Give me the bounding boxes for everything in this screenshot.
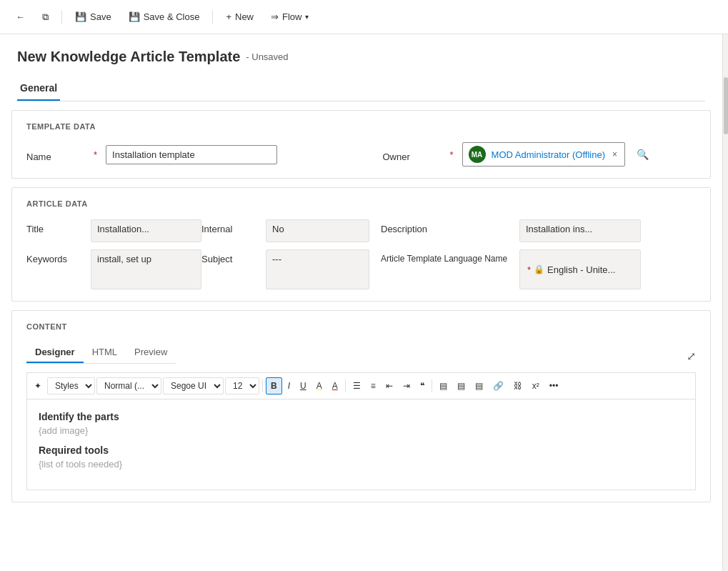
more-options-button[interactable]: ••• bbox=[545, 378, 563, 394]
title-label: Title bbox=[26, 219, 91, 234]
size-select[interactable]: 12 bbox=[225, 377, 259, 394]
content-title: CONTENT bbox=[26, 322, 696, 331]
back-button[interactable]: ← bbox=[9, 8, 32, 26]
highlight-button[interactable]: A bbox=[312, 378, 326, 394]
toolbar: ← ⧉ 💾 Save 💾 Save & Close + New ⇒ Flow ▾ bbox=[0, 0, 728, 34]
content-tab-bar: Designer HTML Preview bbox=[26, 342, 176, 364]
blockquote-icon: ❝ bbox=[420, 381, 424, 391]
italic-button[interactable]: I bbox=[284, 378, 294, 394]
language-label: Article Template Language Name bbox=[369, 249, 519, 264]
name-label: Name bbox=[26, 147, 84, 162]
owner-search-button[interactable]: 🔍 bbox=[637, 149, 649, 160]
template-data-title: TEMPLATE DATA bbox=[26, 122, 696, 131]
align-left-button[interactable]: ▤ bbox=[453, 378, 469, 394]
chevron-down-icon: ▾ bbox=[305, 13, 309, 21]
owner-remove-button[interactable]: × bbox=[611, 149, 619, 159]
new-icon: + bbox=[226, 11, 231, 22]
lock-icon: 🔒 bbox=[534, 264, 544, 274]
owner-required: * bbox=[450, 149, 454, 160]
unlink-button[interactable]: ⛓ bbox=[509, 378, 527, 394]
editor-placeholder-2: {list of tools needed} bbox=[39, 459, 684, 470]
underline-button[interactable]: U bbox=[296, 378, 311, 394]
internal-value[interactable]: No bbox=[266, 219, 369, 242]
flow-button[interactable]: ⇒ Flow ▾ bbox=[264, 8, 316, 26]
magic-wand-button[interactable]: ✦ bbox=[30, 378, 46, 394]
bullet-list-button[interactable]: ☰ bbox=[349, 378, 365, 394]
link-button[interactable]: 🔗 bbox=[489, 378, 508, 394]
description-label: Description bbox=[369, 219, 519, 234]
blockquote-button[interactable]: ❝ bbox=[416, 378, 429, 394]
font-color-button[interactable]: A bbox=[328, 378, 342, 394]
more-options-icon: ••• bbox=[549, 381, 559, 391]
tab-designer[interactable]: Designer bbox=[26, 342, 84, 363]
editor-heading-2: Required tools bbox=[39, 445, 684, 456]
indent-button[interactable]: ⇥ bbox=[399, 378, 414, 394]
align-right-button[interactable]: ▤ bbox=[471, 378, 487, 394]
keywords-value[interactable]: install, set up bbox=[91, 249, 201, 289]
editor-sep-3 bbox=[432, 379, 432, 392]
internal-label: Internal bbox=[201, 219, 266, 234]
editor-area[interactable]: Identify the parts {add image} Required … bbox=[26, 399, 696, 490]
link-icon: 🔗 bbox=[493, 381, 504, 391]
save-button[interactable]: 💾 Save bbox=[68, 8, 119, 26]
tab-preview[interactable]: Preview bbox=[126, 342, 176, 363]
template-data-section: TEMPLATE DATA Name * Owner * MA bbox=[11, 110, 711, 179]
flow-icon: ⇒ bbox=[271, 11, 279, 22]
indent-icon: ⇥ bbox=[403, 381, 410, 391]
template-data-row: Name * Owner * MA MOD Administrator (Off… bbox=[26, 142, 696, 167]
popout-icon: ⧉ bbox=[42, 11, 49, 23]
separator-2 bbox=[212, 10, 213, 24]
styles-select[interactable]: Styles bbox=[47, 377, 95, 394]
tab-bar: General bbox=[17, 76, 705, 101]
save-close-button[interactable]: 💾 Save & Close bbox=[121, 8, 207, 26]
name-required: * bbox=[94, 149, 97, 160]
font-select[interactable]: Segoe UI bbox=[163, 377, 224, 394]
editor-heading-1: Identify the parts bbox=[39, 411, 684, 422]
unlink-icon: ⛓ bbox=[514, 381, 522, 391]
name-input[interactable] bbox=[106, 145, 277, 164]
name-field: Name * bbox=[26, 145, 340, 164]
owner-field: Owner * MA MOD Administrator (Offline) ×… bbox=[383, 142, 697, 167]
page-title: New Knowledge Article Template - Unsaved bbox=[17, 49, 705, 65]
superscript-icon: x² bbox=[532, 381, 539, 391]
avatar: MA bbox=[469, 146, 486, 163]
scrollbar[interactable] bbox=[722, 34, 728, 571]
tab-general[interactable]: General bbox=[17, 76, 60, 101]
language-value[interactable]: * 🔒 English - Unite... bbox=[519, 249, 641, 289]
tab-html[interactable]: HTML bbox=[84, 342, 126, 363]
new-button[interactable]: + New bbox=[219, 8, 261, 26]
subject-label: Subject bbox=[201, 249, 266, 264]
editor-placeholder-1: {add image} bbox=[39, 425, 684, 436]
magic-wand-icon: ✦ bbox=[34, 381, 41, 391]
numbered-list-button[interactable]: ≡ bbox=[367, 378, 380, 394]
content-section: CONTENT Designer HTML Preview ⤢ ✦ Styl bbox=[11, 310, 711, 502]
align-center-icon: ▤ bbox=[439, 381, 447, 391]
editor-toolbar: ✦ Styles Normal (... Segoe UI 12 bbox=[26, 372, 696, 399]
bold-button[interactable]: B bbox=[266, 377, 282, 394]
subject-value[interactable]: --- bbox=[266, 249, 369, 289]
superscript-button[interactable]: x² bbox=[528, 378, 544, 394]
editor-sep-2 bbox=[345, 379, 346, 392]
keywords-label: Keywords bbox=[26, 249, 91, 264]
save-close-icon: 💾 bbox=[129, 11, 140, 22]
owner-name[interactable]: MOD Administrator (Offline) bbox=[492, 149, 605, 160]
numbered-list-icon: ≡ bbox=[371, 381, 376, 391]
outdent-button[interactable]: ⇤ bbox=[382, 378, 397, 394]
expand-icon[interactable]: ⤢ bbox=[687, 349, 696, 363]
align-center-button[interactable]: ▤ bbox=[435, 378, 452, 394]
align-right-icon: ▤ bbox=[475, 381, 483, 391]
align-left-icon: ▤ bbox=[457, 381, 465, 391]
title-value[interactable]: Installation... bbox=[91, 219, 201, 242]
normal-select[interactable]: Normal (... bbox=[96, 377, 161, 394]
back-icon: ← bbox=[16, 11, 25, 22]
bullet-list-icon: ☰ bbox=[353, 381, 361, 391]
description-value[interactable]: Installation ins... bbox=[519, 219, 641, 242]
highlight-icon: A bbox=[316, 381, 322, 391]
editor-sep-1 bbox=[262, 379, 263, 392]
page-header: New Knowledge Article Template - Unsaved… bbox=[0, 34, 722, 101]
scroll-thumb[interactable] bbox=[724, 77, 728, 134]
article-data-section: ARTICLE DATA Title Installation... Inter… bbox=[11, 187, 711, 302]
popout-button[interactable]: ⧉ bbox=[35, 8, 56, 26]
separator-1 bbox=[61, 10, 62, 24]
save-icon: 💾 bbox=[75, 11, 86, 22]
